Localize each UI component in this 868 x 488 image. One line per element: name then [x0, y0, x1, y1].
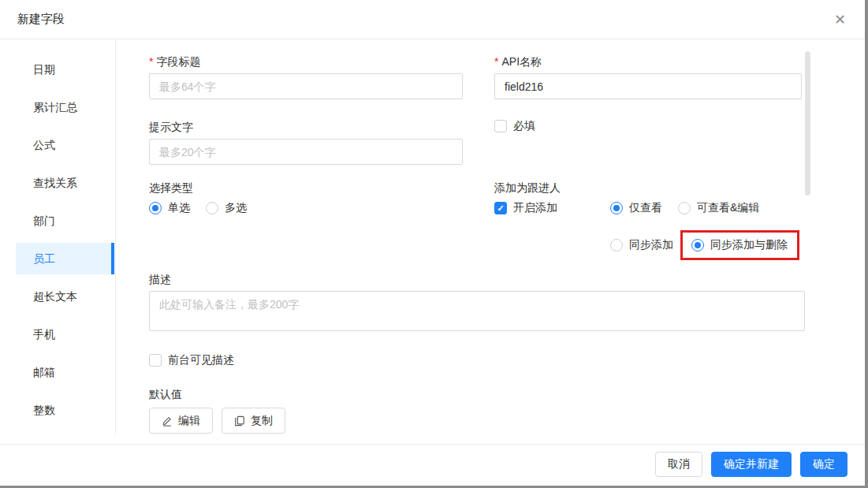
radio-multi-select-label: 多选: [225, 201, 247, 215]
follower-row-1: 开启添加 仅查看 可查看&编辑: [494, 201, 802, 215]
form-row-3: 选择类型 单选 多选 添加为跟进人: [149, 180, 805, 260]
sidebar-item-3[interactable]: 查找关系: [16, 167, 114, 199]
field-title-input[interactable]: [149, 73, 463, 99]
close-icon[interactable]: ✕: [834, 13, 846, 27]
api-name-label: *API名称: [494, 54, 802, 69]
enable-add-checkbox[interactable]: [494, 202, 507, 214]
description-label: 描述: [149, 271, 805, 287]
sidebar-item-7[interactable]: 手机: [16, 319, 114, 350]
follower-row-2: 同步添加 同步添加与删除: [494, 230, 802, 260]
radio-sync-add-and-delete[interactable]: [691, 239, 704, 251]
api-name-input[interactable]: [494, 73, 802, 99]
radio-view-only-label: 仅查看: [629, 201, 662, 215]
dialog-title: 新建字段: [17, 12, 65, 27]
radio-single-select-label: 单选: [168, 201, 190, 215]
api-name-group: *API名称: [494, 54, 802, 99]
sidebar-item-8[interactable]: 邮箱: [16, 356, 114, 388]
required-checkbox-label: 必填: [513, 119, 535, 133]
dialog-header: 新建字段 ✕: [0, 0, 865, 39]
hint-text-input[interactable]: [149, 139, 463, 165]
radio-multi-select[interactable]: [206, 202, 218, 214]
dialog-body: 日期累计汇总公式查找关系部门员工超长文本手机邮箱整数 *字段标题 *API名称 …: [0, 39, 865, 444]
front-visible-checkbox-label: 前台可见描述: [168, 353, 234, 367]
radio-view-only[interactable]: [610, 202, 623, 214]
front-visible-checkbox[interactable]: [149, 354, 162, 367]
highlight-box: 同步添加与删除: [680, 230, 799, 260]
follower-group: 添加为跟进人 开启添加 仅查看 可查看&编辑: [494, 180, 802, 260]
form-row-2: 提示文字 必填: [149, 119, 805, 165]
required-asterisk: *: [149, 55, 153, 68]
confirm-button[interactable]: 确定: [800, 452, 848, 477]
radio-sync-add-label: 同步添加: [629, 238, 673, 252]
radio-single-select[interactable]: [149, 202, 162, 214]
field-type-sidebar: 日期累计汇总公式查找关系部门员工超长文本手机邮箱整数: [0, 39, 116, 435]
sidebar-item-1[interactable]: 累计汇总: [16, 91, 114, 123]
pencil-icon: [162, 415, 173, 427]
new-field-dialog: 新建字段 ✕ 日期累计汇总公式查找关系部门员工超长文本手机邮箱整数 *字段标题 …: [0, 0, 868, 488]
follower-label: 添加为跟进人: [494, 180, 802, 196]
field-title-label: *字段标题: [149, 54, 463, 69]
sidebar-item-2[interactable]: 公式: [16, 129, 114, 161]
required-checkbox[interactable]: [494, 120, 507, 132]
sidebar-item-5[interactable]: 员工: [16, 243, 114, 274]
copy-icon: [234, 415, 245, 427]
edit-button[interactable]: 编辑: [149, 408, 213, 434]
sidebar-item-4[interactable]: 部门: [16, 205, 114, 237]
radio-view-and-edit-label: 可查看&编辑: [697, 201, 759, 215]
radio-view-and-edit[interactable]: [678, 202, 691, 214]
radio-sync-add[interactable]: [610, 239, 623, 251]
sidebar-item-6[interactable]: 超长文本: [16, 281, 114, 312]
cancel-button[interactable]: 取消: [655, 452, 702, 477]
description-group: 描述: [149, 271, 805, 334]
radio-sync-add-and-delete-label: 同步添加与删除: [710, 238, 788, 252]
default-value-group: 默认值 编辑 复制: [149, 386, 805, 434]
enable-add-checkbox-label: 开启添加: [513, 201, 557, 215]
form-content: *字段标题 *API名称 提示文字 必填: [149, 39, 805, 444]
hint-text-group: 提示文字: [149, 119, 463, 165]
field-title-group: *字段标题: [149, 54, 463, 99]
select-type-group: 选择类型 单选 多选: [149, 180, 463, 260]
select-type-label: 选择类型: [149, 180, 463, 196]
copy-button[interactable]: 复制: [222, 408, 285, 434]
sidebar-item-0[interactable]: 日期: [16, 54, 114, 85]
required-asterisk: *: [494, 55, 498, 68]
default-value-label: 默认值: [149, 386, 805, 402]
description-textarea[interactable]: [149, 291, 805, 331]
form-row-1: *字段标题 *API名称: [149, 54, 805, 99]
confirm-and-new-button[interactable]: 确定并新建: [711, 452, 792, 477]
hint-text-label: 提示文字: [149, 119, 463, 135]
required-checkbox-group: 必填: [494, 119, 802, 165]
front-visible-group: 前台可见描述: [149, 353, 805, 367]
sidebar-item-9[interactable]: 整数: [16, 394, 114, 426]
dialog-footer: 取消 确定并新建 确定: [0, 444, 865, 484]
scrollbar-thumb[interactable]: [805, 51, 810, 196]
